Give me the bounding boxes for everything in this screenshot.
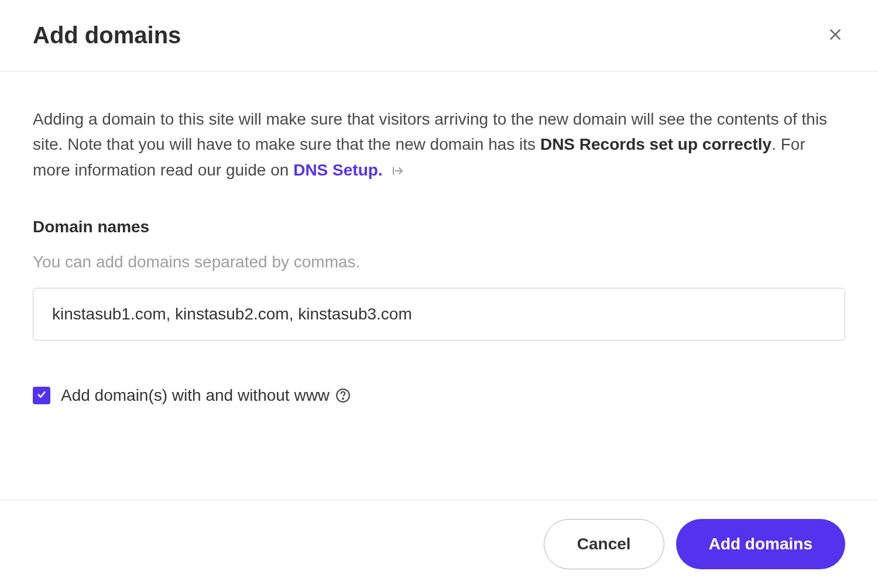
- www-checkbox[interactable]: [33, 387, 50, 404]
- www-checkbox-label: Add domain(s) with and without www: [61, 386, 351, 405]
- description-bold: DNS Records set up correctly: [540, 135, 771, 153]
- modal-footer: Cancel Add domains: [0, 500, 878, 588]
- close-icon: [828, 27, 843, 44]
- close-button[interactable]: [825, 25, 845, 46]
- modal-title: Add domains: [33, 22, 181, 49]
- modal-body: Adding a domain to this site will make s…: [0, 71, 878, 500]
- cancel-button[interactable]: Cancel: [544, 519, 664, 569]
- add-domains-button[interactable]: Add domains: [676, 519, 845, 569]
- domain-names-label: Domain names: [33, 218, 845, 236]
- www-checkbox-text: Add domain(s) with and without www: [61, 386, 330, 405]
- svg-point-5: [342, 398, 344, 400]
- www-checkbox-row: Add domain(s) with and without www: [33, 386, 845, 405]
- checkmark-icon: [36, 389, 47, 402]
- description-text: Adding a domain to this site will make s…: [33, 106, 845, 183]
- domain-names-helper: You can add domains separated by commas.: [33, 253, 845, 271]
- add-domains-modal: Add domains Adding a domain to this site…: [0, 0, 878, 588]
- external-link-icon: [390, 164, 404, 178]
- dns-setup-link[interactable]: DNS Setup.: [293, 161, 382, 179]
- domain-names-input[interactable]: [33, 288, 845, 341]
- modal-header: Add domains: [0, 0, 878, 71]
- help-icon[interactable]: [335, 388, 351, 403]
